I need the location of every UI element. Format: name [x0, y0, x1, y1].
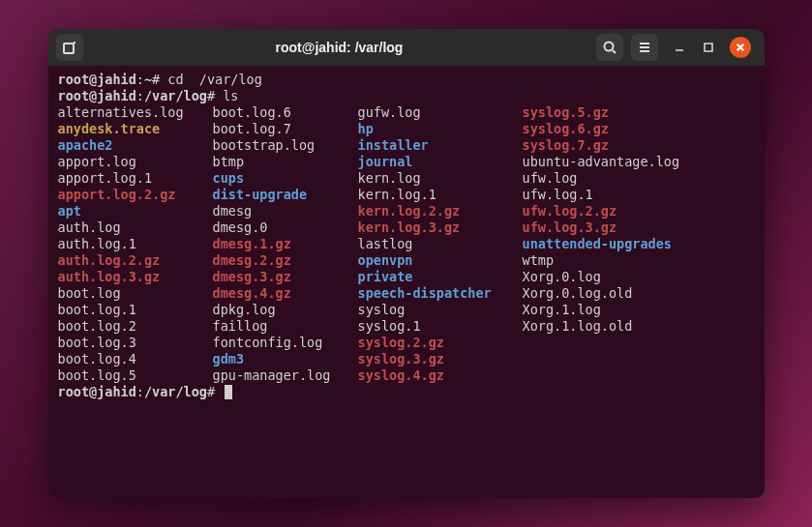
file-entry: auth.log.2.gz: [58, 252, 213, 269]
ls-column-4: syslog.5.gzsyslog.6.gzsyslog.7.gzubuntu-…: [523, 104, 755, 384]
file-entry: ufw.log.1: [523, 187, 755, 203]
prompt-path: /var/log: [144, 384, 207, 399]
window-controls: [666, 37, 757, 58]
titlebar[interactable]: root@jahid: /var/log: [48, 29, 765, 66]
file-entry: boot.log.5: [58, 367, 213, 384]
hamburger-icon: [637, 40, 652, 55]
file-entry: apport.log: [58, 154, 213, 170]
close-icon: [736, 43, 745, 52]
file-entry: syslog.2.gz: [358, 335, 523, 351]
file-entry: installer: [358, 137, 523, 154]
prompt-symbol: #: [207, 88, 215, 103]
file-entry: Xorg.1.log: [523, 302, 755, 318]
file-entry: fontconfig.log: [213, 335, 358, 351]
file-entry: syslog.7.gz: [523, 137, 755, 154]
file-entry: Xorg.0.log.old: [523, 285, 755, 302]
file-entry: Xorg.0.log: [523, 269, 755, 285]
maximize-button[interactable]: [701, 40, 716, 55]
file-entry: syslog.1: [358, 318, 523, 335]
file-entry: dmesg.0: [213, 220, 358, 236]
file-entry: unattended-upgrades: [523, 236, 755, 252]
file-entry: dmesg: [213, 203, 358, 220]
file-entry: apport.log.2.gz: [58, 187, 213, 203]
file-entry: boot.log.2: [58, 318, 213, 335]
file-entry: apt: [58, 203, 213, 220]
menu-button[interactable]: [631, 34, 658, 61]
ls-output: alternatives.loganydesk.traceapache2appo…: [58, 104, 755, 384]
file-entry: boot.log.1: [58, 302, 213, 318]
prompt-symbol: #: [207, 384, 215, 399]
terminal-body[interactable]: root@jahid:~# cd /var/log root@jahid:/va…: [48, 66, 765, 498]
command-text: cd /var/log: [167, 72, 262, 87]
file-entry: alternatives.log: [58, 104, 213, 121]
file-entry: dmesg.4.gz: [213, 285, 358, 302]
file-entry: auth.log.1: [58, 236, 213, 252]
file-entry: gpu-manager.log: [213, 367, 358, 384]
file-entry: openvpn: [358, 252, 523, 269]
command-text: ls: [223, 88, 238, 103]
file-entry: ubuntu-advantage.log: [523, 154, 755, 170]
cursor: [225, 385, 232, 399]
file-entry: syslog.6.gz: [523, 121, 755, 137]
ls-column-2: boot.log.6boot.log.7bootstrap.logbtmpcup…: [213, 104, 358, 384]
prompt-line-2: root@jahid:/var/log# ls: [58, 88, 755, 104]
file-entry: speech-dispatcher: [358, 285, 523, 302]
file-entry: bootstrap.log: [213, 137, 358, 154]
ls-column-1: alternatives.loganydesk.traceapache2appo…: [58, 104, 213, 384]
new-tab-button[interactable]: [56, 34, 83, 61]
file-entry: kern.log.3.gz: [358, 220, 523, 236]
file-entry: boot.log.6: [213, 104, 358, 121]
file-entry: kern.log.2.gz: [358, 203, 523, 220]
prompt-symbol: #: [152, 72, 160, 87]
file-entry: syslog.5.gz: [523, 104, 755, 121]
file-entry: syslog: [358, 302, 523, 318]
file-entry: journal: [358, 154, 523, 170]
file-entry: apport.log.1: [58, 170, 213, 187]
file-entry: boot.log: [58, 285, 213, 302]
file-entry: gdm3: [213, 351, 358, 367]
search-icon: [602, 40, 617, 55]
prompt-line-1: root@jahid:~# cd /var/log: [58, 72, 755, 88]
file-entry: lastlog: [358, 236, 523, 252]
file-entry: dist-upgrade: [213, 187, 358, 203]
minimize-icon: [674, 42, 685, 53]
svg-point-1: [604, 43, 613, 51]
terminal-window: root@jahid: /var/log root@jahid:~# cd /v…: [48, 29, 765, 498]
file-entry: ufw.log.2.gz: [523, 203, 755, 220]
file-entry: boot.log.3: [58, 335, 213, 351]
file-entry: btmp: [213, 154, 358, 170]
file-entry: auth.log: [58, 220, 213, 236]
window-title: root@jahid: /var/log: [91, 40, 588, 55]
minimize-button[interactable]: [672, 40, 687, 55]
svg-rect-2: [705, 44, 712, 51]
ls-column-3: gufw.loghpinstallerjournalkern.logkern.l…: [358, 104, 523, 384]
file-entry: anydesk.trace: [58, 121, 213, 137]
file-entry: kern.log.1: [358, 187, 523, 203]
file-entry: dmesg.3.gz: [213, 269, 358, 285]
file-entry: dmesg.2.gz: [213, 252, 358, 269]
prompt-user: root@jahid: [58, 88, 136, 103]
file-entry: syslog.3.gz: [358, 351, 523, 367]
file-entry: boot.log.4: [58, 351, 213, 367]
file-entry: faillog: [213, 318, 358, 335]
file-entry: syslog.4.gz: [358, 367, 523, 384]
file-entry: kern.log: [358, 170, 523, 187]
file-entry: ufw.log.3.gz: [523, 220, 755, 236]
maximize-icon: [703, 42, 714, 53]
file-entry: Xorg.1.log.old: [523, 318, 755, 335]
file-entry: boot.log.7: [213, 121, 358, 137]
file-entry: cups: [213, 170, 358, 187]
prompt-user: root@jahid: [58, 72, 136, 87]
file-entry: wtmp: [523, 252, 755, 269]
file-entry: hp: [358, 121, 523, 137]
prompt-user: root@jahid: [58, 384, 136, 399]
prompt-line-3: root@jahid:/var/log#: [58, 384, 755, 400]
file-entry: dpkg.log: [213, 302, 358, 318]
file-entry: auth.log.3.gz: [58, 269, 213, 285]
prompt-path: /var/log: [144, 88, 207, 103]
file-entry: apache2: [58, 137, 213, 154]
close-button[interactable]: [730, 37, 751, 58]
file-entry: dmesg.1.gz: [213, 236, 358, 252]
file-entry: private: [358, 269, 523, 285]
search-button[interactable]: [596, 34, 623, 61]
